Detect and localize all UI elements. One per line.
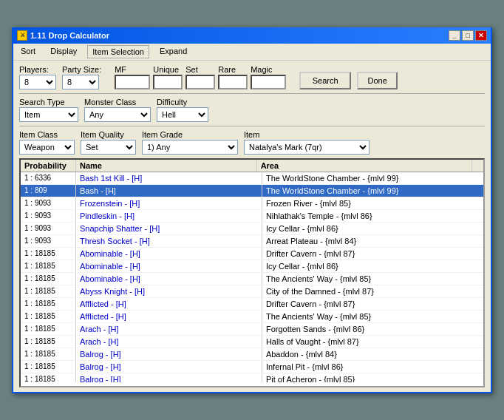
table-row[interactable]: 1 : 809 Bash - [H] The WorldStone Chambe… <box>21 185 483 197</box>
maximize-button[interactable]: □ <box>462 30 474 41</box>
row-area: Frozen River - {mlvl 85} <box>262 197 483 209</box>
table-row[interactable]: 1 : 18185 Abyss Knight - [H] City of the… <box>21 285 483 298</box>
row-name: Snapchip Shatter - [H] <box>76 223 262 234</box>
party-size-select[interactable]: 8 <box>62 75 99 89</box>
table-header: Probability Name Area <box>21 160 483 172</box>
row-area: Abaddon - {mlvl 84} <box>262 348 483 360</box>
table-row[interactable]: 1 : 18185 Balrog - [H] Abaddon - {mlvl 8… <box>21 348 483 361</box>
title-bar: ⚔ 1.11 Drop Calculator _ □ ✕ <box>13 27 491 44</box>
row-area: Pit of Acheron - {mlvl 85} <box>262 373 483 382</box>
item-select[interactable]: Natalya's Mark (7qr) <box>244 140 370 155</box>
item-class-group: Item Class Weapon Armor Misc <box>19 130 75 155</box>
table-row[interactable]: 1 : 18185 Abominable - [H] Drifter Caver… <box>21 248 483 260</box>
table-body[interactable]: 1 : 6336 Bash 1st Kill - [H] The WorldSt… <box>21 172 483 382</box>
row-prob: 1 : 18185 <box>21 273 76 285</box>
title-bar-left: ⚔ 1.11 Drop Calculator <box>17 30 109 41</box>
magic-input[interactable]: 9999 <box>251 75 286 89</box>
row-name: Afflicted - [H] <box>76 298 262 310</box>
item-grade-select[interactable]: 1) Any 2) Normal 3) Exceptional 4) Elite <box>142 140 238 155</box>
rare-group: Rare 566 <box>218 65 248 89</box>
players-label: Players: <box>19 65 56 74</box>
menu-expand[interactable]: Expand <box>155 45 191 58</box>
row-name: Abyss Knight - [H] <box>76 285 262 297</box>
players-select[interactable]: 8 <box>19 75 56 89</box>
unique-group: Unique 243 <box>153 65 183 89</box>
search-button[interactable]: Search <box>299 72 351 89</box>
results-table: Probability Name Area 1 : 6336 Bash 1st … <box>19 158 485 387</box>
item-quality-group: Item Quality Set Unique Rare Magic Any <box>81 130 136 155</box>
menu-sort[interactable]: Sort <box>16 45 40 58</box>
unique-input[interactable]: 243 <box>153 75 183 89</box>
table-row[interactable]: 1 : 18185 Arach - [H] Forgotten Sands - … <box>21 323 483 336</box>
magic-group: Magic 9999 <box>251 65 286 89</box>
row-prob: 1 : 18185 <box>21 248 76 260</box>
item-grade-group: Item Grade 1) Any 2) Normal 3) Exception… <box>142 130 238 155</box>
item-class-row: Item Class Weapon Armor Misc Item Qualit… <box>19 130 485 155</box>
minimize-button[interactable]: _ <box>449 30 460 41</box>
main-window: ⚔ 1.11 Drop Calculator _ □ ✕ Sort Displa… <box>12 27 492 393</box>
difficulty-select[interactable]: Normal Nightmare Hell <box>157 107 208 122</box>
row-name: Pindleskin - [H] <box>76 210 262 222</box>
row-area: Icy Cellar - {mlvl 86} <box>262 260 483 272</box>
main-content: Players: 8 Party Size: 8 MF 9999 Unique <box>13 61 491 392</box>
party-size-label: Party Size: <box>62 65 101 74</box>
item-group: Item Natalya's Mark (7qr) <box>244 130 370 155</box>
done-button[interactable]: Done <box>357 72 398 89</box>
row-prob: 1 : 9093 <box>21 235 76 247</box>
header-area: Area <box>257 160 471 172</box>
players-row: Players: 8 Party Size: 8 MF 9999 Unique <box>19 65 485 89</box>
table-row[interactable]: 1 : 18185 Arach - [H] Halls of Vaught - … <box>21 336 483 348</box>
rare-label: Rare <box>218 65 248 74</box>
difficulty-group: Difficulty Normal Nightmare Hell <box>157 98 208 122</box>
table-row[interactable]: 1 : 6336 Bash 1st Kill - [H] The WorldSt… <box>21 172 483 185</box>
row-area: City of the Damned - {mlvl 87} <box>262 285 483 297</box>
row-prob: 1 : 18185 <box>21 260 76 272</box>
divider-1 <box>19 93 485 94</box>
row-name: Arach - [H] <box>76 336 262 348</box>
monster-class-select[interactable]: Any <box>84 107 151 122</box>
row-area: The Ancients' Way - {mlvl 85} <box>262 273 483 285</box>
row-name: Afflicted - [H] <box>76 311 262 322</box>
row-prob: 1 : 9093 <box>21 210 76 222</box>
table-row[interactable]: 1 : 9093 Pindleskin - [H] Nihlathak's Te… <box>21 210 483 223</box>
table-row[interactable]: 1 : 18185 Balrog - [H] Pit of Acheron - … <box>21 373 483 382</box>
search-type-select[interactable]: Item Monster <box>19 107 78 122</box>
table-row[interactable]: 1 : 18185 Abominable - [H] The Ancients'… <box>21 273 483 285</box>
row-name: Bash 1st Kill - [H] <box>76 172 262 184</box>
magic-label: Magic <box>251 65 286 74</box>
table-row[interactable]: 1 : 18185 Balrog - [H] Infernal Pit - {m… <box>21 361 483 373</box>
table-row[interactable]: 1 : 18185 Afflicted - [H] The Ancients' … <box>21 311 483 323</box>
row-area: The WorldStone Chamber - {mlvl 99} <box>262 185 483 197</box>
menu-item-selection[interactable]: Item Selection <box>87 45 149 58</box>
set-input[interactable]: 476 <box>185 75 215 89</box>
item-class-select[interactable]: Weapon Armor Misc <box>19 140 75 155</box>
row-prob: 1 : 9093 <box>21 197 76 209</box>
table-row[interactable]: 1 : 9093 Frozenstein - [H] Frozen River … <box>21 197 483 210</box>
row-name: Balrog - [H] <box>76 373 262 382</box>
table-row[interactable]: 1 : 9093 Thresh Socket - [H] Arreat Plat… <box>21 235 483 248</box>
set-label: Set <box>185 65 215 74</box>
row-area: The WorldStone Chamber - {mlvl 99} <box>262 172 483 184</box>
app-icon: ⚔ <box>17 30 27 41</box>
row-area: Icy Cellar - {mlvl 86} <box>262 223 483 234</box>
row-area: Halls of Vaught - {mlvl 87} <box>262 336 483 348</box>
table-row[interactable]: 1 : 18185 Afflicted - [H] Drifter Cavern… <box>21 298 483 311</box>
rare-input[interactable]: 566 <box>218 75 248 89</box>
row-prob: 1 : 18185 <box>21 285 76 297</box>
menu-display[interactable]: Display <box>46 45 81 58</box>
monster-class-group: Monster Class Any <box>84 98 151 122</box>
row-prob: 1 : 809 <box>21 185 76 197</box>
row-name: Arach - [H] <box>76 323 262 335</box>
row-prob: 1 : 18185 <box>21 323 76 335</box>
mf-input[interactable]: 9999 <box>115 75 150 89</box>
party-size-group: Party Size: 8 <box>62 65 101 89</box>
divider-2 <box>19 126 485 126</box>
item-quality-label: Item Quality <box>81 130 136 139</box>
item-quality-select[interactable]: Set Unique Rare Magic Any <box>81 140 136 155</box>
table-row[interactable]: 1 : 9093 Snapchip Shatter - [H] Icy Cell… <box>21 223 483 235</box>
row-name: Abominable - [H] <box>76 248 262 260</box>
close-button[interactable]: ✕ <box>475 30 487 41</box>
table-row[interactable]: 1 : 18185 Abominable - [H] Icy Cellar - … <box>21 260 483 273</box>
menu-bar: Sort Display Item Selection Expand <box>13 44 491 61</box>
row-prob: 1 : 18185 <box>21 298 76 310</box>
